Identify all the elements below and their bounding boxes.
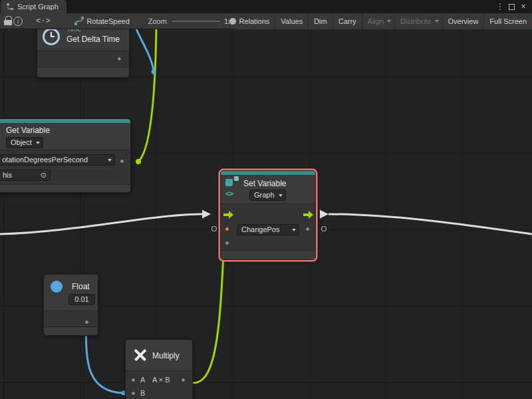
code-icon[interactable]: <·> — [35, 13, 52, 29]
close-icon[interactable]: × — [519, 3, 528, 11]
distribute-dropdown-button[interactable]: Distribute — [394, 13, 442, 29]
delta-time-output-port[interactable] — [117, 57, 122, 61]
multiply-b-port[interactable] — [131, 391, 136, 396]
flow-wire-left — [0, 214, 202, 234]
float-literal-icon — [51, 281, 63, 293]
zoom-label: Zoom — [148, 17, 167, 25]
info-icon[interactable] — [12, 13, 24, 29]
port-label-result: A × B — [152, 376, 170, 384]
arrow-bar — [303, 213, 309, 216]
flow-arrow-cap-left — [202, 210, 211, 219]
toolbar-buttons: Relations Values Dim Carry Align Distrib… — [233, 13, 532, 29]
graph-canvas[interactable]: Time Get Delta Time Get Variable Object … — [0, 29, 532, 399]
node-port-section — [44, 311, 98, 327]
dim-button[interactable]: Dim — [308, 13, 332, 29]
node-title: Multiply — [152, 351, 180, 360]
tab-title: Script Graph — [17, 3, 59, 11]
node-set-variable[interactable]: Set Variable Graph ChangePos — [220, 170, 316, 260]
target-value: his — [3, 171, 12, 179]
node-title: Float — [72, 282, 90, 291]
node-title: Get Delta Time — [66, 35, 120, 44]
node-float[interactable]: Float 0.01 — [43, 274, 98, 336]
align-dropdown-button[interactable]: Align — [362, 13, 394, 29]
flow-wire-right — [329, 214, 532, 234]
port-label-a: A — [140, 376, 145, 384]
node-get-delta-time[interactable]: Time Get Delta Time — [37, 29, 130, 78]
value-wire-getvariable-up — [138, 29, 156, 162]
flow-arrow-cap-right — [320, 210, 329, 219]
variable-name-dropdown[interactable]: ChangePos — [237, 224, 299, 235]
script-graph-icon — [6, 3, 14, 11]
variable-scope-dropdown[interactable]: Object — [6, 137, 43, 148]
setvariable-outer-output-port — [322, 227, 327, 231]
value-wire-top — [136, 29, 154, 71]
getvariable-output-port — [136, 159, 141, 164]
menu-icon[interactable]: ⋮ — [495, 3, 505, 11]
graph-node-glyph-small — [234, 176, 239, 181]
graph-toolbar: <·> RotateSpeed Zoom 1x Relations Values… — [0, 13, 532, 29]
window-controls: ⋮ × — [495, 0, 532, 13]
flow-input-port[interactable] — [223, 211, 233, 219]
graph-reference[interactable]: RotateSpeed — [74, 17, 130, 25]
port-label-b: B — [140, 389, 145, 397]
graph-name: RotateSpeed — [87, 17, 130, 25]
multiply-result-port[interactable] — [181, 378, 186, 382]
relations-button[interactable]: Relations — [233, 13, 275, 29]
arrow-bar — [223, 213, 229, 216]
zoom-slider-handle[interactable] — [229, 18, 236, 25]
code-brackets-icon — [225, 190, 233, 198]
variable-name-dropdown[interactable]: otationDegreesPerSecond — [0, 154, 115, 166]
variable-scope-dropdown[interactable]: Graph — [249, 190, 286, 201]
overview-button[interactable]: Overview — [442, 13, 484, 29]
unity-script-graph-window: Script Graph ⋮ × <·> RotateSpeed Zoom 1x… — [0, 0, 532, 399]
variable-target-field[interactable]: his ⊙ — [0, 170, 51, 181]
float-value-field[interactable]: 0.01 — [68, 294, 95, 305]
node-footer — [0, 185, 130, 193]
object-picker-icon[interactable]: ⊙ — [41, 172, 47, 179]
node-title: Get Variable — [6, 126, 50, 135]
node-multiply[interactable]: Multiply A A × B B — [125, 339, 193, 399]
float-output-port[interactable] — [84, 320, 89, 325]
variable-value-port[interactable] — [120, 159, 124, 164]
node-footer — [221, 251, 315, 260]
node-category: Time — [66, 29, 81, 33]
carry-button[interactable]: Carry — [332, 13, 362, 29]
zoom-slider[interactable] — [172, 13, 220, 29]
values-button[interactable]: Values — [275, 13, 308, 29]
zoom-slider-track — [172, 21, 220, 22]
multiply-a-port[interactable] — [131, 378, 136, 382]
flow-output-port[interactable] — [303, 211, 313, 219]
arrow-tip — [229, 211, 233, 219]
arrow-tip — [309, 211, 313, 219]
full-screen-button[interactable]: Full Screen — [483, 13, 532, 29]
node-footer — [44, 327, 98, 336]
value-output-port[interactable] — [305, 227, 310, 231]
multiply-icon — [134, 348, 147, 362]
tab-script-graph[interactable]: Script Graph — [1, 0, 66, 13]
tab-bar: Script Graph ⋮ × — [0, 0, 532, 13]
setvariable-outer-input-port — [212, 227, 217, 231]
node-footer — [37, 67, 129, 78]
node-title: Set Variable — [243, 179, 286, 188]
set-variable-icon — [225, 176, 241, 200]
value-wire-top-endpoint — [152, 70, 156, 74]
fallback-input-port[interactable] — [225, 241, 229, 245]
maximize-icon[interactable] — [509, 4, 515, 10]
graph-asset-icon — [74, 17, 84, 25]
lock-icon[interactable] — [0, 13, 12, 29]
node-get-variable[interactable]: Get Variable Object otationDegreesPerSec… — [0, 118, 131, 193]
graph-node-glyph — [225, 179, 233, 186]
node-port-section — [37, 51, 129, 66]
value-input-port[interactable] — [225, 227, 229, 231]
